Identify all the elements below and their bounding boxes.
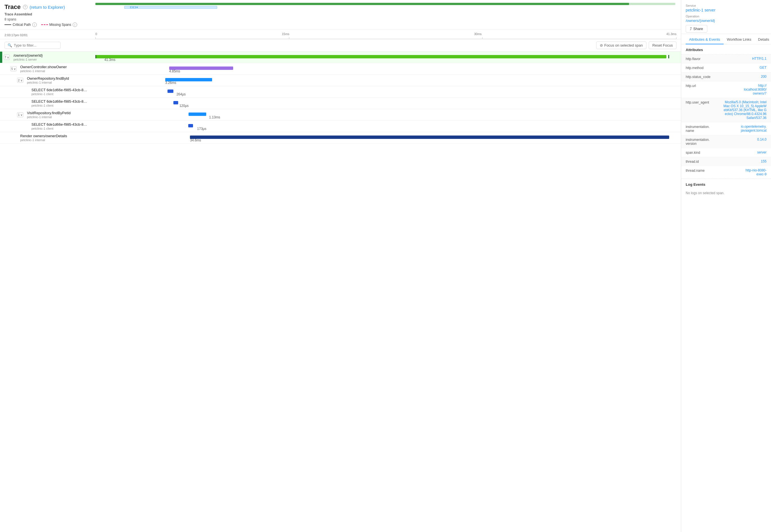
span-timeline-select-2: 120μs [91,98,681,109]
span-service-root: petclinic-1 server [13,58,90,61]
span-row-owner-repo[interactable]: 2 ∨ OwnerRepository.findById petclinic-1… [0,75,681,86]
critical-path-legend: Critical Path i [4,22,37,27]
return-to-explorer-link[interactable]: (return to Explorer) [30,5,65,10]
tabs: Attributes & Events Workflow Links Detai… [681,35,771,44]
missing-spans-help-icon[interactable]: i [73,22,77,27]
operation-name[interactable]: /owners/{ownerId} [686,19,767,23]
collapse-btn-root[interactable]: 7 ∨ [4,55,10,60]
span-service-visit-repo: petclinic-1 internal [27,115,93,119]
attr-value-http-status: 200 [722,75,767,79]
no-logs-text: No logs on selected span. [681,189,771,197]
attr-key-thread-id: thread.id [686,159,722,164]
timeline-marker-15: 15ms [282,32,289,36]
attr-key-http-user-agent: http.user_agent [686,100,722,104]
collapse-btn-visit-repo[interactable]: 1 ∨ [17,112,23,117]
tab-attributes-events[interactable]: Attributes & Events [686,35,724,44]
span-row-select-2[interactable]: SELECT 6de1d66e-f985-43cb-8722-... petcl… [0,98,681,109]
span-name-render: Render owners/ownerDetails [20,134,88,138]
span-service-render: petclinic-1 internal [20,138,94,142]
collapse-owner-controller: 5 ∨ [9,66,18,71]
attr-key-http-flavor: http.flavor [686,57,722,61]
critical-path-help-icon[interactable]: i [32,22,37,27]
span-row-visit-repo[interactable]: 1 ∨ VisitRepository.findByPetId petclini… [0,109,681,121]
attr-key-http-method: http.method [686,66,722,70]
span-service-select-1: petclinic-1 client [31,92,89,96]
search-box[interactable]: 🔍 [4,42,61,49]
span-row-select-3[interactable]: SELECT 6de1d66e-f985-43cb-8722-... petcl… [0,121,681,132]
span-service-owner-repo: petclinic-1 internal [27,81,93,84]
collapse-visit-repo: 1 ∨ [16,112,25,117]
attr-row-http-url: http.url http://localhost:8080/owners/7 [681,81,771,98]
help-icon[interactable]: ? [23,5,27,9]
trace-assembled-label: Trace Assembled [4,12,676,16]
span-timeline-render: 34.6ms [97,132,681,143]
collapse-btn-owner-repo[interactable]: 2 ∨ [17,78,23,83]
span-duration-owner-controller: 4.85ms [169,69,180,73]
span-name-owner-repo: OwnerRepository.findById [27,76,93,81]
span-duration-select-2: 120μs [179,104,189,108]
span-duration-select-3: 173μs [197,127,206,131]
span-name-select-2: SELECT 6de1d66e-f985-43cb-8722-... [31,99,89,104]
service-name[interactable]: petclinic-1 server [686,8,767,12]
collapse-btn-owner-controller[interactable]: 5 ∨ [10,66,17,71]
right-panel: Service petclinic-1 server Operation /ow… [681,0,771,532]
attr-value-http-method: GET [722,66,767,70]
share-button[interactable]: ⤴ Share [686,25,707,33]
service-label: Service [686,4,767,7]
tab-workflow-links[interactable]: Workflow Links [724,35,755,44]
search-icon: 🔍 [8,43,12,47]
focus-on-span-button[interactable]: ⊘ Focus on selected span [596,42,646,49]
attr-key-instrumentation-version: instrumentation.version [686,137,722,146]
log-events-title: Log Events [681,179,771,189]
attr-value-http-user-agent: Mozilla/5.0 (Macintosh; Intel Mac OS X 1… [722,100,767,120]
span-row-render[interactable]: Render owners/ownerDetails petclinic-1 i… [0,132,681,144]
tab-details[interactable]: Details [755,35,771,44]
span-duration-render: 34.6ms [190,138,201,142]
attr-value-thread-id: 155 [722,159,767,163]
span-row-owner-controller[interactable]: 5 ∨ OwnerController.showOwner petclinic-… [0,63,681,75]
attr-value-instrumentation-name: io.opentelemetry.javaagent.tomcat [722,125,767,132]
attr-row-span-kind: span.kind server [681,148,771,157]
spans-container: 7 ∨ /owners/{ownerId} petclinic-1 server… [0,52,681,532]
attr-value-thread-name: http-nio-8080-exec-9 [722,168,767,176]
span-timeline-visit-repo: 1.13ms [95,109,681,120]
attr-row-instrumentation-version: instrumentation.version 0.14.0 [681,135,771,148]
attr-row-http-flavor: http.flavor HTTP/1.1 [681,54,771,63]
attr-row-http-status: http.status_code 200 [681,72,771,81]
span-duration-owner-repo: 3.26ms [165,81,176,85]
span-name-select-1: SELECT 6de1d66e-f985-43cb-8722-... [31,88,89,92]
attr-key-thread-name: thread.name [686,168,722,173]
focus-filter-icon: ⊘ [600,43,603,47]
attr-row-thread-name: thread.name http-nio-8080-exec-9 [681,166,771,179]
attr-value-instrumentation-version: 0.14.0 [722,137,767,141]
timeline-marker-413: 41.3ms [666,32,676,36]
attr-value-span-kind: server [722,150,767,154]
span-row-select-1[interactable]: SELECT 6de1d66e-f985-43cb-8722-... petcl… [0,86,681,98]
reset-focus-button[interactable]: Reset Focus [649,42,676,49]
attr-key-http-url: http.url [686,84,722,88]
span-service-owner-controller: petclinic-1 internal [20,69,97,73]
missing-spans-legend: Missing Spans i [41,22,77,27]
attr-row-instrumentation-name: instrumentation.name io.opentelemetry.ja… [681,122,771,135]
span-duration-root: 41.3ms [104,58,115,62]
span-timeline-root: 41.3ms [93,52,681,63]
span-service-select-3: petclinic-1 client [31,127,89,130]
attr-value-http-url: http://localhost:8080/owners/7 [722,84,767,95]
search-input[interactable] [14,43,58,47]
span-row-root[interactable]: 7 ∨ /owners/{ownerId} petclinic-1 server… [0,52,681,63]
span-duration-visit-repo: 1.13ms [209,115,220,119]
attr-key-http-status: http.status_code [686,75,722,79]
collapse-root: 7 ∨ [2,55,11,60]
timeline-marker-0: 0 [95,32,97,36]
span-duration-select-1: 264μs [176,92,186,96]
span-name-visit-repo: VisitRepository.findByPetId [27,111,93,115]
span-timeline-select-3: 173μs [91,121,681,132]
timeline-marker-30: 30ms [474,32,482,36]
span-name-owner-controller: OwnerController.showOwner [20,65,88,69]
attr-key-instrumentation-name: instrumentation.name [686,125,722,133]
page-title: Trace [4,3,21,11]
span-timeline-owner-repo: 3.26ms [95,75,681,86]
span-name-root: /owners/{ownerId} [13,53,81,58]
attr-key-span-kind: span.kind [686,150,722,155]
attributes-title: Attributes [681,44,771,54]
